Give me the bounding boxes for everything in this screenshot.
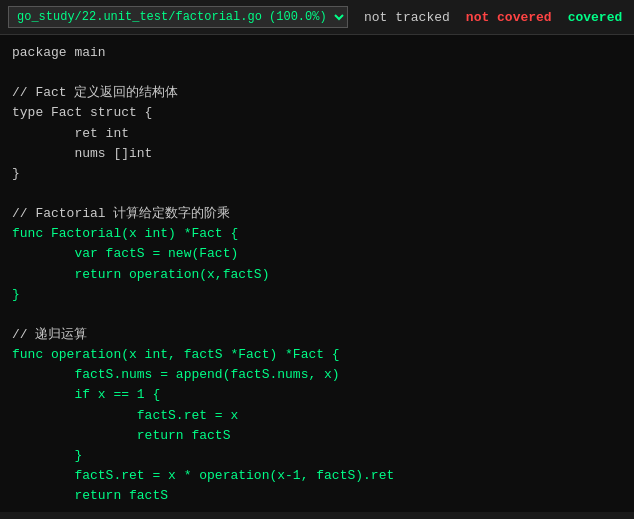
code-line: // Factorial 计算给定数字的阶乘 bbox=[12, 204, 622, 224]
code-line: return factS bbox=[12, 486, 622, 506]
code-area: package main // Fact 定义返回的结构体type Fact s… bbox=[0, 35, 634, 512]
header: go_study/22.unit_test/factorial.go (100.… bbox=[0, 0, 634, 35]
code-line: func operation(x int, factS *Fact) *Fact… bbox=[12, 345, 622, 365]
code-line: } bbox=[12, 285, 622, 305]
code-line: factS.ret = x * operation(x-1, factS).re… bbox=[12, 466, 622, 486]
code-line: type Fact struct { bbox=[12, 103, 622, 123]
code-line: nums []int bbox=[12, 144, 622, 164]
code-line: } bbox=[12, 446, 622, 466]
code-line: factS.nums = append(factS.nums, x) bbox=[12, 365, 622, 385]
code-line: // Fact 定义返回的结构体 bbox=[12, 83, 622, 103]
code-line: // 递归运算 bbox=[12, 325, 622, 345]
code-line: return operation(x,factS) bbox=[12, 265, 622, 285]
code-line: package main bbox=[12, 43, 622, 63]
file-selector[interactable]: go_study/22.unit_test/factorial.go (100.… bbox=[8, 6, 348, 28]
legend-not-tracked: not tracked bbox=[364, 10, 450, 25]
code-line bbox=[12, 506, 622, 512]
code-line: ret int bbox=[12, 124, 622, 144]
legend-covered: covered bbox=[568, 10, 623, 25]
legend: not tracked not covered covered bbox=[364, 10, 622, 25]
legend-not-covered: not covered bbox=[466, 10, 552, 25]
code-line: if x == 1 { bbox=[12, 385, 622, 405]
code-line: func Factorial(x int) *Fact { bbox=[12, 224, 622, 244]
code-line bbox=[12, 305, 622, 325]
code-line: var factS = new(Fact) bbox=[12, 244, 622, 264]
code-line: } bbox=[12, 164, 622, 184]
code-line: return factS bbox=[12, 426, 622, 446]
code-line bbox=[12, 63, 622, 83]
code-line bbox=[12, 184, 622, 204]
code-line: factS.ret = x bbox=[12, 406, 622, 426]
